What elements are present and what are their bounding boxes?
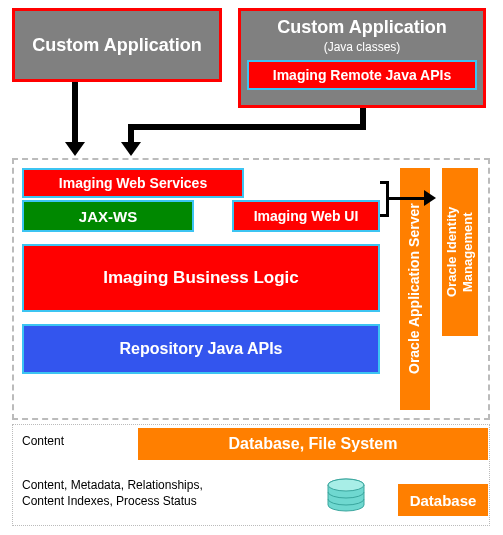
db-fs-label: Database, File System — [229, 435, 398, 453]
database-icon — [324, 476, 368, 520]
arrow-app2-head — [121, 142, 141, 156]
oracle-identity-management-box: Oracle Identity Management — [440, 166, 480, 338]
webui-label: Imaging Web UI — [254, 208, 359, 224]
identity-label: Oracle Identity Management — [444, 168, 475, 336]
bracket-to-identity — [386, 197, 426, 200]
custom-app2-title: Custom Application — [277, 17, 446, 38]
imaging-web-ui-box: Imaging Web UI — [232, 200, 380, 232]
imaging-business-logic-box: Imaging Business Logic — [22, 244, 380, 312]
biz-logic-label: Imaging Business Logic — [103, 268, 299, 288]
database-box: Database — [398, 484, 488, 516]
imaging-ws-label: Imaging Web Services — [59, 175, 207, 191]
jaxws-label: JAX-WS — [79, 208, 137, 225]
svg-point-1 — [328, 479, 364, 491]
custom-app1-label: Custom Application — [32, 35, 201, 56]
custom-application-box-1: Custom Application — [12, 8, 222, 82]
remote-apis-label: Imaging Remote Java APIs — [273, 67, 451, 83]
arrow-app2-v2 — [128, 124, 134, 144]
repository-java-apis-box: Repository Java APIs — [22, 324, 380, 374]
arrow-app1-head — [65, 142, 85, 156]
database-file-system-box: Database, File System — [138, 428, 488, 460]
arrow-app2-h — [128, 124, 366, 130]
app-server-label: Oracle Application Server — [407, 204, 422, 375]
database-label: Database — [410, 492, 477, 509]
custom-app2-subtitle: (Java classes) — [324, 40, 401, 54]
imaging-web-services-box: Imaging Web Services — [22, 168, 244, 198]
content-label: Content — [22, 434, 64, 448]
bracket-arrow-head — [424, 190, 436, 206]
arrow-app1-down — [72, 82, 78, 144]
repo-apis-label: Repository Java APIs — [119, 340, 282, 358]
imaging-remote-java-apis-box: Imaging Remote Java APIs — [247, 60, 477, 90]
custom-application-box-2: Custom Application (Java classes) Imagin… — [238, 8, 486, 108]
content-description: Content, Metadata, Relationships, Conten… — [22, 478, 203, 509]
jax-ws-box: JAX-WS — [22, 200, 194, 232]
